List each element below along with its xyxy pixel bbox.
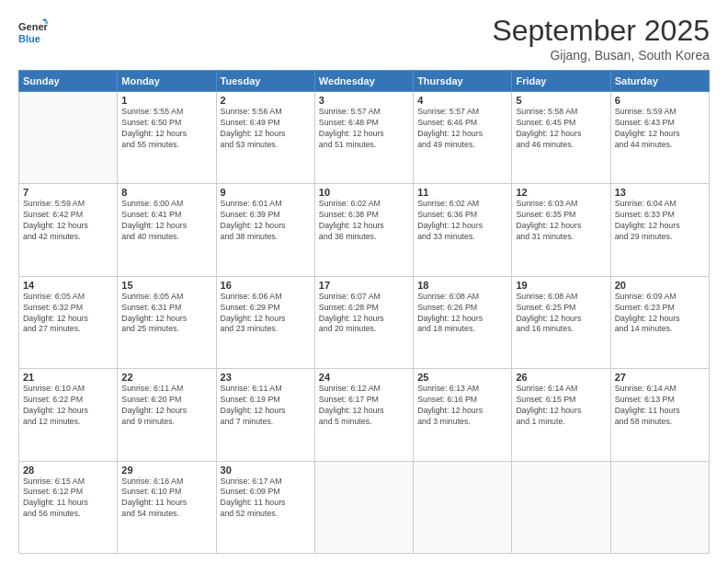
logo: General Blue: [18, 17, 48, 47]
day-number: 7: [23, 187, 113, 198]
calendar-cell: 26Sunrise: 6:14 AMSunset: 6:15 PMDayligh…: [512, 369, 610, 461]
day-number: 2: [221, 95, 311, 106]
title-block: September 2025 Gijang, Busan, South Kore…: [492, 14, 710, 63]
day-info: Sunrise: 5:57 AMSunset: 6:46 PMDaylight:…: [417, 107, 507, 151]
svg-text:General: General: [18, 21, 48, 32]
calendar-cell: 11Sunrise: 6:02 AMSunset: 6:36 PMDayligh…: [414, 184, 512, 276]
day-number: 17: [319, 280, 409, 291]
calendar-cell: 18Sunrise: 6:08 AMSunset: 6:26 PMDayligh…: [414, 276, 512, 368]
day-info: Sunrise: 6:12 AMSunset: 6:17 PMDaylight:…: [319, 384, 409, 428]
day-number: 3: [319, 95, 409, 106]
calendar-cell: 6Sunrise: 5:59 AMSunset: 6:43 PMDaylight…: [610, 92, 709, 184]
day-info: Sunrise: 6:14 AMSunset: 6:13 PMDaylight:…: [615, 384, 705, 428]
day-info: Sunrise: 6:02 AMSunset: 6:38 PMDaylight:…: [319, 199, 409, 243]
day-number: 16: [221, 280, 311, 291]
day-number: 29: [121, 465, 211, 476]
weekday-header-friday: Friday: [512, 71, 610, 92]
calendar-cell: 21Sunrise: 6:10 AMSunset: 6:22 PMDayligh…: [19, 369, 118, 461]
day-number: 11: [417, 187, 507, 198]
calendar-cell: 14Sunrise: 6:05 AMSunset: 6:32 PMDayligh…: [19, 276, 118, 368]
calendar-week-row: 28Sunrise: 6:15 AMSunset: 6:12 PMDayligh…: [19, 461, 710, 553]
logo-wrap: General Blue: [18, 17, 48, 47]
calendar-cell: [512, 461, 610, 553]
day-number: 8: [121, 187, 211, 198]
calendar-cell: 10Sunrise: 6:02 AMSunset: 6:38 PMDayligh…: [314, 184, 413, 276]
weekday-header-monday: Monday: [118, 71, 216, 92]
weekday-header-tuesday: Tuesday: [216, 71, 314, 92]
day-number: 18: [417, 280, 507, 291]
day-number: 4: [417, 95, 507, 106]
calendar-cell: 22Sunrise: 6:11 AMSunset: 6:20 PMDayligh…: [118, 369, 216, 461]
day-info: Sunrise: 6:06 AMSunset: 6:29 PMDaylight:…: [221, 292, 311, 336]
day-info: Sunrise: 6:01 AMSunset: 6:39 PMDaylight:…: [221, 199, 311, 243]
day-info: Sunrise: 6:13 AMSunset: 6:16 PMDaylight:…: [417, 384, 507, 428]
calendar-cell: 25Sunrise: 6:13 AMSunset: 6:16 PMDayligh…: [414, 369, 512, 461]
calendar-cell: [314, 461, 413, 553]
logo-graphic-icon: General Blue: [18, 17, 48, 47]
calendar-cell: 15Sunrise: 6:05 AMSunset: 6:31 PMDayligh…: [118, 276, 216, 368]
day-info: Sunrise: 5:58 AMSunset: 6:45 PMDaylight:…: [516, 107, 606, 151]
calendar-cell: 8Sunrise: 6:00 AMSunset: 6:41 PMDaylight…: [118, 184, 216, 276]
weekday-header-thursday: Thursday: [414, 71, 512, 92]
day-number: 15: [121, 280, 211, 291]
day-number: 13: [615, 187, 705, 198]
day-info: Sunrise: 5:59 AMSunset: 6:42 PMDaylight:…: [23, 199, 113, 243]
calendar-cell: 24Sunrise: 6:12 AMSunset: 6:17 PMDayligh…: [314, 369, 413, 461]
day-info: Sunrise: 6:04 AMSunset: 6:33 PMDaylight:…: [615, 199, 705, 243]
weekday-header-saturday: Saturday: [610, 71, 709, 92]
day-number: 21: [23, 372, 113, 383]
calendar-cell: 4Sunrise: 5:57 AMSunset: 6:46 PMDaylight…: [414, 92, 512, 184]
calendar-table: SundayMondayTuesdayWednesdayThursdayFrid…: [18, 70, 710, 554]
day-number: 23: [221, 372, 311, 383]
day-info: Sunrise: 6:07 AMSunset: 6:28 PMDaylight:…: [319, 292, 409, 336]
calendar-cell: 7Sunrise: 5:59 AMSunset: 6:42 PMDaylight…: [19, 184, 118, 276]
day-info: Sunrise: 6:02 AMSunset: 6:36 PMDaylight:…: [417, 199, 507, 243]
location-subtitle: Gijang, Busan, South Korea: [492, 48, 710, 63]
day-number: 5: [516, 95, 606, 106]
day-number: 27: [615, 372, 705, 383]
calendar-cell: 2Sunrise: 5:56 AMSunset: 6:49 PMDaylight…: [216, 92, 314, 184]
day-number: 1: [121, 95, 211, 106]
day-number: 10: [319, 187, 409, 198]
calendar-week-row: 14Sunrise: 6:05 AMSunset: 6:32 PMDayligh…: [19, 276, 710, 368]
day-number: 9: [221, 187, 311, 198]
day-number: 22: [121, 372, 211, 383]
calendar-cell: 28Sunrise: 6:15 AMSunset: 6:12 PMDayligh…: [19, 461, 118, 553]
day-info: Sunrise: 6:08 AMSunset: 6:26 PMDaylight:…: [417, 292, 507, 336]
calendar-cell: 16Sunrise: 6:06 AMSunset: 6:29 PMDayligh…: [216, 276, 314, 368]
day-info: Sunrise: 5:55 AMSunset: 6:50 PMDaylight:…: [121, 107, 211, 151]
calendar-cell: 29Sunrise: 6:16 AMSunset: 6:10 PMDayligh…: [118, 461, 216, 553]
day-number: 12: [516, 187, 606, 198]
day-number: 24: [319, 372, 409, 383]
calendar-cell: [414, 461, 512, 553]
day-number: 26: [516, 372, 606, 383]
day-info: Sunrise: 6:09 AMSunset: 6:23 PMDaylight:…: [615, 292, 705, 336]
day-info: Sunrise: 6:05 AMSunset: 6:31 PMDaylight:…: [121, 292, 211, 336]
day-number: 19: [516, 280, 606, 291]
page: General Blue September 2025 Gijang, Busa…: [0, 0, 728, 563]
svg-text:Blue: Blue: [18, 33, 40, 44]
weekday-header-row: SundayMondayTuesdayWednesdayThursdayFrid…: [19, 71, 710, 92]
calendar-cell: 1Sunrise: 5:55 AMSunset: 6:50 PMDaylight…: [118, 92, 216, 184]
day-info: Sunrise: 6:14 AMSunset: 6:15 PMDaylight:…: [516, 384, 606, 428]
calendar-cell: 27Sunrise: 6:14 AMSunset: 6:13 PMDayligh…: [610, 369, 709, 461]
calendar-cell: 30Sunrise: 6:17 AMSunset: 6:09 PMDayligh…: [216, 461, 314, 553]
day-info: Sunrise: 6:11 AMSunset: 6:20 PMDaylight:…: [121, 384, 211, 428]
calendar-week-row: 1Sunrise: 5:55 AMSunset: 6:50 PMDaylight…: [19, 92, 710, 184]
calendar-cell: [610, 461, 709, 553]
calendar-cell: 23Sunrise: 6:11 AMSunset: 6:19 PMDayligh…: [216, 369, 314, 461]
weekday-header-wednesday: Wednesday: [314, 71, 413, 92]
calendar-cell: 19Sunrise: 6:08 AMSunset: 6:25 PMDayligh…: [512, 276, 610, 368]
day-info: Sunrise: 5:56 AMSunset: 6:49 PMDaylight:…: [221, 107, 311, 151]
month-title: September 2025: [492, 14, 710, 48]
day-info: Sunrise: 5:57 AMSunset: 6:48 PMDaylight:…: [319, 107, 409, 151]
day-number: 14: [23, 280, 113, 291]
calendar-week-row: 21Sunrise: 6:10 AMSunset: 6:22 PMDayligh…: [19, 369, 710, 461]
day-info: Sunrise: 6:11 AMSunset: 6:19 PMDaylight:…: [221, 384, 311, 428]
calendar-cell: 3Sunrise: 5:57 AMSunset: 6:48 PMDaylight…: [314, 92, 413, 184]
day-number: 28: [23, 465, 113, 476]
day-info: Sunrise: 6:05 AMSunset: 6:32 PMDaylight:…: [23, 292, 113, 336]
calendar-cell: [19, 92, 118, 184]
day-info: Sunrise: 6:10 AMSunset: 6:22 PMDaylight:…: [23, 384, 113, 428]
day-info: Sunrise: 6:08 AMSunset: 6:25 PMDaylight:…: [516, 292, 606, 336]
